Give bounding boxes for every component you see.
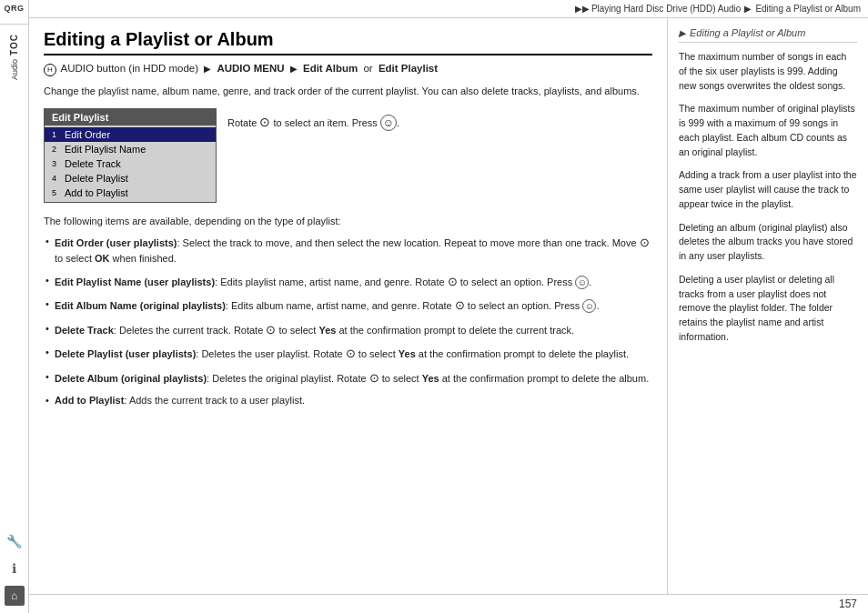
- bullet-bold-7: Add to Playlist: [55, 395, 124, 406]
- instruction-text4: Edit Playlist: [378, 63, 438, 74]
- instruction-or: or: [363, 63, 372, 74]
- menu-num-2: 2: [52, 145, 61, 154]
- bullet-text-4: : Deletes the current track. Rotate ⊙ to…: [114, 325, 574, 336]
- breadcrumb-part1: Playing Hard Disc Drive (HDD) Audio: [591, 4, 742, 14]
- sidebar-note-para-3: Adding a track from a user playlist into…: [679, 168, 857, 211]
- doc-sidebar: ▶ Editing a Playlist or Album The maximu…: [668, 18, 868, 594]
- instruction-text3: Edit Album: [303, 63, 358, 74]
- bullet-text-5: : Deletes the user playlist. Rotate ⊙ to…: [196, 348, 629, 359]
- list-item: Edit Album Name (original playlists): Ed…: [44, 296, 652, 315]
- menu-num-5: 5: [52, 188, 61, 197]
- list-item: Delete Track: Deletes the current track.…: [44, 321, 652, 339]
- screen-menu-item-2: 2 Edit Playlist Name: [45, 142, 216, 156]
- bullet-text-7: : Adds the current track to a user playl…: [124, 395, 305, 406]
- bullet-text-2: : Edits playlist name, artist name, and …: [215, 276, 591, 287]
- toc-label[interactable]: TOC: [9, 34, 19, 55]
- menu-label-2: Edit Playlist Name: [65, 144, 146, 155]
- instruction-arrow1: ▶: [204, 64, 211, 74]
- menu-label-4: Delete Playlist: [65, 173, 128, 184]
- sidebar-note-para-5: Deleting a user playlist or deleting all…: [679, 273, 857, 345]
- list-item: Delete Album (original playlists): Delet…: [44, 369, 652, 387]
- sidebar-note-para-4: Deleting an album (original playlist) al…: [679, 221, 857, 264]
- left-sidebar: QRG TOC Audio 🔧 ℹ ⌂: [0, 0, 29, 613]
- menu-num-1: 1: [52, 130, 61, 139]
- screen-container: Edit Playlist 1 Edit Order 2 Edit Playli…: [44, 108, 652, 203]
- menu-num-3: 3: [52, 159, 61, 168]
- list-item: Delete Playlist (user playlists): Delete…: [44, 345, 652, 363]
- home-icon[interactable]: ⌂: [5, 586, 25, 606]
- list-item: Edit Playlist Name (user playlists): Edi…: [44, 273, 652, 291]
- note-triangle-icon: ▶: [679, 28, 686, 38]
- breadcrumb-part2: Editing a Playlist or Album: [755, 4, 861, 14]
- bullet-bold-5: Delete Playlist (user playlists): [55, 348, 196, 359]
- list-item: Edit Order (user playlists): Select the …: [44, 234, 652, 266]
- sidebar-divider-top: [0, 24, 28, 25]
- sidebar-note-title-text: Editing a Playlist or Album: [690, 27, 805, 38]
- doc-main: Editing a Playlist or Album H AUDIO butt…: [29, 18, 668, 594]
- menu-num-4: 4: [52, 174, 61, 183]
- menu-label-3: Delete Track: [65, 158, 121, 169]
- screen-header: Edit Playlist: [45, 109, 216, 126]
- instruction-arrow2: ▶: [290, 64, 298, 74]
- screen-menu-item-3: 3 Delete Track: [45, 156, 216, 171]
- instruction-icon: H: [44, 64, 56, 76]
- audio-label: Audio: [10, 59, 19, 80]
- list-item: Add to Playlist: Adds the current track …: [44, 393, 652, 408]
- screen-menu: 1 Edit Order 2 Edit Playlist Name 3 Dele…: [45, 126, 216, 202]
- screen-menu-item-5: 5 Add to Playlist: [45, 186, 216, 200]
- wrench-icon[interactable]: 🔧: [5, 531, 25, 551]
- rotate-instruction: Rotate ⊙ to select an item. Press ☺.: [227, 108, 399, 132]
- footer: 157: [29, 594, 868, 613]
- page-title: Editing a Playlist or Album: [44, 29, 652, 55]
- content-area: Editing a Playlist or Album H AUDIO butt…: [29, 18, 868, 594]
- main-content: ▶▶ Playing Hard Disc Drive (HDD) Audio ▶…: [29, 0, 868, 613]
- menu-label-5: Add to Playlist: [65, 187, 128, 198]
- instruction-text2: AUDIO MENU: [217, 63, 284, 74]
- bullet-text-3: : Edits album name, artist name, and gen…: [226, 300, 600, 311]
- section-label: The following items are available, depen…: [44, 216, 652, 226]
- bullet-bold-1: Edit Order (user playlists): [55, 237, 177, 248]
- rotate-icon: ⊙: [259, 115, 270, 129]
- screen-menu-item-1: 1 Edit Order: [45, 127, 216, 142]
- bullet-bold-4: Delete Track: [55, 325, 114, 336]
- sidebar-note-para-1: The maximum number of songs in each of t…: [679, 50, 857, 93]
- sidebar-note-para-2: The maximum number of original playlists…: [679, 102, 857, 159]
- bullet-bold-6: Delete Album (original playlists): [55, 373, 207, 384]
- breadcrumb-triangle2: ▶: [744, 4, 752, 14]
- press-icon: ☺: [380, 115, 397, 131]
- info-icon[interactable]: ℹ: [5, 558, 25, 578]
- breadcrumb: ▶▶ Playing Hard Disc Drive (HDD) Audio ▶…: [29, 0, 868, 18]
- bullet-text-6: : Deletes the original playlist. Rotate …: [207, 373, 649, 384]
- menu-label-1: Edit Order: [65, 129, 110, 140]
- bullet-bold-2: Edit Playlist Name (user playlists): [55, 276, 215, 287]
- bullet-bold-3: Edit Album Name (original playlists): [55, 300, 226, 311]
- description-text: Change the playlist name, album name, ge…: [44, 84, 652, 99]
- qrg-label: QRG: [4, 4, 24, 13]
- sidebar-icon-group: 🔧 ℹ ⌂: [5, 531, 25, 613]
- bullet-list: Edit Order (user playlists): Select the …: [44, 234, 652, 408]
- sidebar-note-title: ▶ Editing a Playlist or Album: [679, 27, 857, 43]
- instruction-line: H AUDIO button (in HDD mode) ▶ AUDIO MEN…: [44, 63, 652, 76]
- page-number: 157: [839, 598, 857, 610]
- breadcrumb-triangle1: ▶▶: [575, 4, 590, 14]
- screen-box: Edit Playlist 1 Edit Order 2 Edit Playli…: [44, 108, 217, 203]
- screen-menu-item-4: 4 Delete Playlist: [45, 171, 216, 186]
- instruction-text1: AUDIO button (in HDD mode): [61, 63, 198, 74]
